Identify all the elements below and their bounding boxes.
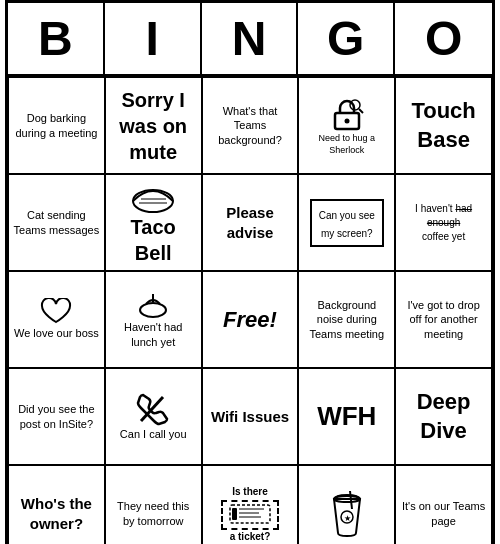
bingo-card: B I N G O Dog barking during a meeting S…	[5, 0, 495, 544]
cell-r1c1[interactable]: Taco Bell	[105, 174, 202, 271]
cell-r2c0[interactable]: We love our boss	[8, 271, 105, 368]
letter-g: G	[298, 3, 395, 74]
cell-r1c0[interactable]: Cat sending Teams messages	[8, 174, 105, 271]
letter-o: O	[395, 3, 492, 74]
cell-r2c4[interactable]: I've got to drop off for another meeting	[395, 271, 492, 368]
svg-point-4	[133, 190, 173, 212]
cell-r3c2[interactable]: Wifi Issues	[202, 368, 299, 465]
cell-r4c3[interactable]: ★	[298, 465, 395, 544]
cell-r4c0[interactable]: Who's the owner?	[8, 465, 105, 544]
svg-rect-14	[232, 508, 237, 520]
cell-r2c1[interactable]: Haven't had lunch yet	[105, 271, 202, 368]
cell-r3c0[interactable]: Did you see the post on InSite?	[8, 368, 105, 465]
letter-n: N	[202, 3, 299, 74]
cell-r1c4[interactable]: I haven't hadenoughcoffee yet	[395, 174, 492, 271]
letter-i: I	[105, 3, 202, 74]
cell-r0c2[interactable]: What's that Teams background?	[202, 77, 299, 174]
cell-r3c1[interactable]: Can I call you	[105, 368, 202, 465]
cell-r2c3[interactable]: Background noise during Teams meeting	[298, 271, 395, 368]
lock-icon	[328, 95, 366, 133]
starbucks-cup-icon: ★	[328, 489, 366, 539]
cell-r2c2[interactable]: Free!	[202, 271, 299, 368]
cell-r0c0[interactable]: Dog barking during a meeting	[8, 77, 105, 174]
cell-r1c2[interactable]: Please advise	[202, 174, 299, 271]
svg-point-7	[140, 303, 166, 317]
svg-text:★: ★	[343, 514, 350, 523]
bingo-grid: Dog barking during a meeting Sorry I was…	[8, 77, 492, 544]
cell-r4c1[interactable]: They need this by tomorrow	[105, 465, 202, 544]
bingo-header: B I N G O	[8, 3, 492, 77]
cell-r0c1[interactable]: Sorry I was on mute	[105, 77, 202, 174]
cell-r4c4[interactable]: It's on our Teams page	[395, 465, 492, 544]
taco-icon	[131, 179, 176, 214]
svg-line-16	[350, 491, 352, 509]
phone-icon	[135, 391, 171, 427]
svg-line-3	[359, 109, 363, 113]
cell-r4c2[interactable]: Is there a ticket?	[202, 465, 299, 544]
ticket-icon	[221, 500, 279, 530]
cell-r3c4[interactable]: Deep Dive	[395, 368, 492, 465]
lunch-icon	[138, 290, 168, 320]
svg-point-1	[344, 118, 349, 123]
cell-r0c4[interactable]: Touch Base	[395, 77, 492, 174]
cell-r0c3[interactable]: Need to hug a Sherlock	[298, 77, 395, 174]
cell-r3c3[interactable]: WFH	[298, 368, 395, 465]
letter-b: B	[8, 3, 105, 74]
cell-r1c3[interactable]: Can you see my screen?	[298, 174, 395, 271]
heart-icon	[40, 298, 72, 326]
